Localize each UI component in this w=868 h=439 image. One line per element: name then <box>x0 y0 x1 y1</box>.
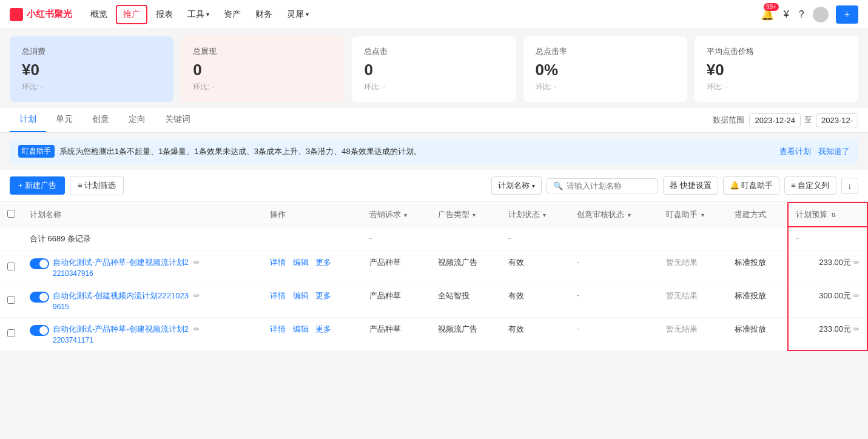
help-icon[interactable]: ? <box>795 7 808 22</box>
row3-switch[interactable] <box>30 325 49 336</box>
nav-item-assets[interactable]: 资产 <box>218 5 247 24</box>
filter-icon-marketing: ▾ <box>404 212 407 218</box>
nav-item-overview[interactable]: 概览 <box>84 5 113 24</box>
row3-plan-id: 2203741171 <box>53 336 200 344</box>
row1-switch[interactable] <box>30 258 49 269</box>
alert-link-view[interactable]: 查看计划 <box>779 146 811 157</box>
plan-name-dropdown[interactable]: 计划名称 ▾ <box>491 176 542 195</box>
th-ad-type[interactable]: 广告类型 ▾ <box>431 203 501 227</box>
row3-action-more[interactable]: 更多 <box>315 324 331 333</box>
row3-action-detail[interactable]: 详情 <box>270 324 286 333</box>
date-to: 至 <box>804 115 812 126</box>
row3-build-method: 标准投放 <box>727 317 788 350</box>
stat-compare-3: 环比: - <box>536 82 675 92</box>
alert-link-dismiss[interactable]: 我知道了 <box>818 146 850 157</box>
th-plan-status[interactable]: 计划状态 ▾ <box>501 203 570 227</box>
row1-budget-edit-icon[interactable]: ✏ <box>853 258 860 267</box>
row3-marketing: 产品种草 <box>362 317 431 350</box>
stat-card-total-spend: 总消费 ¥0 环比: - <box>10 36 173 102</box>
tab-targeting[interactable]: 定向 <box>119 108 155 132</box>
row1-status: 有效 <box>501 250 570 284</box>
row3-status: 有效 <box>501 317 570 350</box>
row3-checkbox[interactable] <box>7 329 15 337</box>
nav-item-lingxi[interactable]: 灵犀 ▾ <box>281 5 315 24</box>
stat-compare-0: 环比: - <box>22 82 161 92</box>
th-marketing[interactable]: 营销诉求 ▾ <box>362 203 431 227</box>
row3-budget: 233.00元 <box>819 324 851 335</box>
avatar[interactable] <box>813 7 829 22</box>
new-ad-button[interactable]: + 新建广告 <box>10 176 65 195</box>
row2-plan-name[interactable]: 自动化测试-创建视频内流计划2221023 <box>53 291 189 300</box>
table-row: 自动化测试-产品种草-创建视频流计划2 ✏ 2210347916 详情 编辑 更… <box>0 250 867 284</box>
download-button[interactable]: ↓ <box>841 178 859 194</box>
quick-settings-button[interactable]: 器 快捷设置 <box>663 176 718 195</box>
row3-action-edit[interactable]: 编辑 <box>293 324 309 333</box>
table-row: 自动化测试-创建视频内流计划2221023 ✏ 9615 详情 编辑 更多 产品… <box>0 284 867 317</box>
nav-item-finance[interactable]: 财务 <box>249 5 278 24</box>
row2-edit-icon[interactable]: ✏ <box>193 292 200 300</box>
row2-audit: - <box>570 284 659 317</box>
date-start[interactable]: 2023-12-24 <box>749 113 801 127</box>
row1-checkbox[interactable] <box>7 263 15 270</box>
row2-checkbox[interactable] <box>7 296 15 304</box>
stat-value-0: ¥0 <box>22 61 161 79</box>
tab-unit[interactable]: 单元 <box>46 108 82 132</box>
row2-plan-id: 9615 <box>53 303 200 311</box>
row2-budget-edit-icon[interactable]: ✏ <box>853 292 860 300</box>
filter-icon-status: ▾ <box>543 212 546 218</box>
stat-value-1: 0 <box>193 61 332 79</box>
summary-row: 合计 6689 条记录 - - - <box>0 227 867 250</box>
logo-icon <box>10 8 23 21</box>
custom-col-button[interactable]: ≡ 自定义列 <box>784 176 836 195</box>
th-checkbox[interactable] <box>0 203 22 227</box>
chevron-down-icon-3: ▾ <box>532 183 535 189</box>
currency-icon[interactable]: ¥ <box>780 7 793 22</box>
row2-build-method: 标准投放 <box>727 284 788 317</box>
stat-card-click-rate: 总点击率 0% 环比: - <box>523 36 687 102</box>
th-budget[interactable]: 计划预算 ⇅ <box>788 203 867 227</box>
nav-item-promote[interactable]: 推广 <box>116 5 147 24</box>
tabs-bar: 计划 单元 创意 定向 关键词 数据范围 2023-12-24 至 2023-1… <box>0 108 868 133</box>
th-dingpan[interactable]: 盯盘助手 ▾ <box>659 203 727 227</box>
row3-edit-icon[interactable]: ✏ <box>193 325 200 333</box>
alert-bar: 盯盘助手 系统为您检测出1条不起量、1条爆量、1条效果未达成、3条成本上升、3条… <box>10 139 858 164</box>
date-end[interactable]: 2023-12- <box>816 113 858 127</box>
date-range-label: 数据范围 <box>713 115 744 126</box>
row1-action-detail[interactable]: 详情 <box>270 258 286 267</box>
stat-label-2: 总点击 <box>364 46 503 57</box>
th-audit-status[interactable]: 创意审核状态 ▾ <box>570 203 659 227</box>
notification-bell[interactable]: 🔔 99+ <box>757 5 778 24</box>
row2-switch[interactable] <box>30 292 49 303</box>
row3-audit: - <box>570 317 659 350</box>
filter-icon-ad-type: ▾ <box>473 212 476 218</box>
row1-marketing: 产品种草 <box>362 250 431 284</box>
search-icon: 🔍 <box>553 181 563 190</box>
tab-plan[interactable]: 计划 <box>10 108 46 132</box>
row2-action-more[interactable]: 更多 <box>315 291 331 300</box>
row1-action-edit[interactable]: 编辑 <box>293 258 309 267</box>
row1-action-more[interactable]: 更多 <box>315 258 331 267</box>
search-input[interactable] <box>567 181 651 190</box>
row1-edit-icon[interactable]: ✏ <box>193 258 200 267</box>
logo-text: 小红书聚光 <box>27 8 72 20</box>
toolbar: + 新建广告 ≡ 计划筛选 计划名称 ▾ 🔍 器 快捷设置 🔔 盯盘助手 ≡ 自… <box>0 170 868 202</box>
stat-value-2: 0 <box>364 61 503 79</box>
stat-compare-1: 环比: - <box>193 82 332 92</box>
row1-audit: - <box>570 250 659 284</box>
search-box[interactable]: 🔍 <box>547 178 658 193</box>
row3-plan-name[interactable]: 自动化测试-产品种草-创建视频流计划2 <box>53 324 189 333</box>
tab-creative[interactable]: 创意 <box>82 108 119 132</box>
nav-item-tools[interactable]: 工具 ▾ <box>181 5 215 24</box>
row2-action-edit[interactable]: 编辑 <box>293 291 309 300</box>
filter-button[interactable]: ≡ 计划筛选 <box>70 176 124 195</box>
nav-item-report[interactable]: 报表 <box>150 5 179 24</box>
tab-keywords[interactable]: 关键词 <box>155 108 200 132</box>
add-button[interactable]: + <box>836 5 858 24</box>
row1-plan-name[interactable]: 自动化测试-产品种草-创建视频流计划2 <box>53 258 189 267</box>
select-all-checkbox[interactable] <box>7 210 15 218</box>
row3-budget-edit-icon[interactable]: ✏ <box>853 325 860 333</box>
stat-label-1: 总展现 <box>193 46 332 57</box>
row2-action-detail[interactable]: 详情 <box>270 291 286 300</box>
dingpan-button[interactable]: 🔔 盯盘助手 <box>723 176 780 195</box>
sort-icon-budget: ⇅ <box>831 212 836 218</box>
